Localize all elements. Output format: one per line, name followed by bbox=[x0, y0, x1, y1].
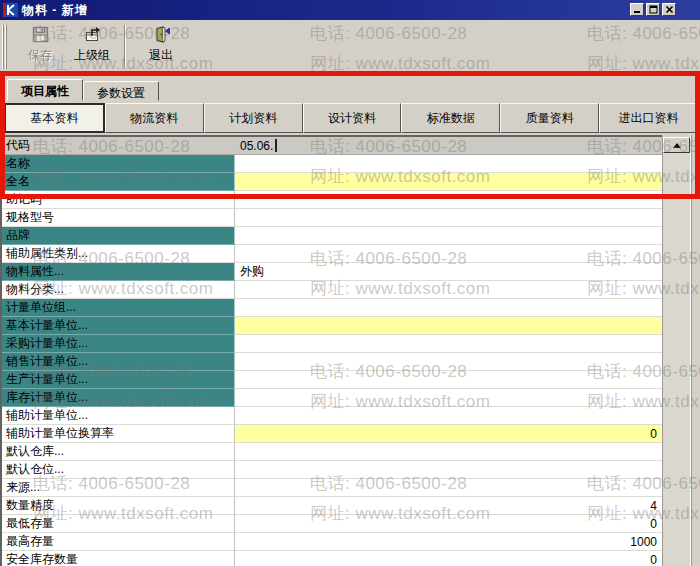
close-button[interactable] bbox=[662, 3, 676, 16]
field-label: 物料分类... bbox=[2, 281, 235, 299]
tab-item-properties[interactable]: 项目属性 bbox=[7, 79, 83, 101]
field-label: 代码 bbox=[2, 137, 235, 155]
field-value[interactable] bbox=[235, 227, 662, 245]
tab-parameter-settings[interactable]: 参数设置 bbox=[83, 81, 159, 101]
exit-label: 退出 bbox=[149, 47, 173, 64]
window-right-frame bbox=[690, 135, 700, 566]
grid-row: 来源... bbox=[2, 479, 662, 497]
minimize-button[interactable] bbox=[630, 3, 644, 16]
subtab-design-info[interactable]: 设计资料 bbox=[303, 103, 402, 133]
subtab-quality-info[interactable]: 质量资料 bbox=[500, 103, 599, 133]
field-value[interactable]: 05.06. bbox=[235, 137, 662, 155]
field-label: 安全库存数量 bbox=[2, 551, 235, 566]
subtab-logistics-info[interactable]: 物流资料 bbox=[105, 103, 204, 133]
parent-group-label: 上级组 bbox=[74, 47, 110, 64]
grid-row: 库存计量单位... bbox=[2, 389, 662, 407]
field-value[interactable] bbox=[235, 209, 662, 227]
toolbar-gripper[interactable] bbox=[2, 25, 9, 69]
field-label: 规格型号 bbox=[2, 209, 235, 227]
field-value[interactable] bbox=[235, 479, 662, 497]
field-value[interactable]: 0 bbox=[235, 515, 662, 533]
field-label: 默认仓库... bbox=[2, 443, 235, 461]
field-value[interactable] bbox=[235, 317, 662, 335]
field-label: 最低存量 bbox=[2, 515, 235, 533]
field-label: 采购计量单位... bbox=[2, 335, 235, 353]
field-label: 品牌 bbox=[2, 227, 235, 245]
field-label: 库存计量单位... bbox=[2, 389, 235, 407]
grid-row: 数量精度4 bbox=[2, 497, 662, 515]
grid-row: 默认仓位... bbox=[2, 461, 662, 479]
toolbar: 保存 上级组 退出 bbox=[0, 20, 700, 72]
field-label: 来源... bbox=[2, 479, 235, 497]
field-value[interactable]: 4 bbox=[235, 497, 662, 515]
scroll-up-button[interactable] bbox=[663, 137, 690, 153]
field-label: 辅助属性类别... bbox=[2, 245, 235, 263]
grid-row: 代码05.06. bbox=[2, 137, 662, 155]
minimize-icon bbox=[633, 5, 642, 14]
field-value[interactable] bbox=[235, 173, 662, 191]
save-label: 保存 bbox=[28, 47, 52, 64]
field-label: 最高存量 bbox=[2, 533, 235, 551]
vertical-scrollbar[interactable] bbox=[662, 137, 690, 566]
grid-row: 最低存量0 bbox=[2, 515, 662, 533]
grid-row: 销售计量单位... bbox=[2, 353, 662, 371]
field-value[interactable] bbox=[235, 299, 662, 317]
tab-strip: 项目属性 参数设置 bbox=[0, 79, 700, 101]
save-button[interactable]: 保存 bbox=[14, 23, 66, 69]
field-label: 默认仓位... bbox=[2, 461, 235, 479]
grid-row: 品牌 bbox=[2, 227, 662, 245]
field-value[interactable] bbox=[235, 281, 662, 299]
field-label: 辅助计量单位换算率 bbox=[2, 425, 235, 443]
field-value[interactable]: 1000 bbox=[235, 533, 662, 551]
field-label: 全名 bbox=[2, 173, 235, 191]
field-label: 计量单位组... bbox=[2, 299, 235, 317]
titlebar: 物料 - 新增 bbox=[0, 0, 700, 20]
field-value[interactable] bbox=[235, 371, 662, 389]
field-value[interactable]: 0 bbox=[235, 551, 662, 566]
grid-row: 最高存量1000 bbox=[2, 533, 662, 551]
maximize-icon bbox=[649, 5, 658, 14]
field-value[interactable] bbox=[235, 245, 662, 263]
subtab-basic-info[interactable]: 基本资料 bbox=[4, 103, 105, 133]
toolbar-separator bbox=[124, 25, 126, 67]
subtab-import-export-info[interactable]: 进出口资料 bbox=[599, 103, 698, 133]
grid-row: 基本计量单位... bbox=[2, 317, 662, 335]
triangle-up-icon bbox=[673, 143, 681, 148]
window-title: 物料 - 新增 bbox=[22, 2, 88, 19]
field-value[interactable] bbox=[235, 191, 662, 209]
field-value[interactable] bbox=[235, 443, 662, 461]
subtab-standard-data[interactable]: 标准数据 bbox=[401, 103, 500, 133]
grid-row: 全名 bbox=[2, 173, 662, 191]
field-label: 基本计量单位... bbox=[2, 317, 235, 335]
text-caret bbox=[275, 139, 277, 152]
grid-row: 物料分类... bbox=[2, 281, 662, 299]
field-value[interactable] bbox=[235, 461, 662, 479]
floppy-disk-icon bbox=[31, 25, 50, 44]
maximize-button[interactable] bbox=[646, 3, 660, 16]
grid-row: 助记码 bbox=[2, 191, 662, 209]
field-value[interactable] bbox=[235, 155, 662, 173]
grid-row: 安全库存数量0 bbox=[2, 551, 662, 566]
kingdee-k3-logo-icon bbox=[3, 3, 18, 17]
field-label: 销售计量单位... bbox=[2, 353, 235, 371]
field-value[interactable] bbox=[235, 407, 662, 425]
field-value[interactable]: 0 bbox=[235, 425, 662, 443]
field-label: 辅助计量单位... bbox=[2, 407, 235, 425]
app-window: 物料 - 新增 保存 bbox=[0, 0, 700, 566]
parent-group-button[interactable]: 上级组 bbox=[66, 23, 118, 69]
close-icon bbox=[665, 5, 674, 14]
field-value[interactable]: 外购 bbox=[235, 263, 662, 281]
field-value[interactable] bbox=[235, 335, 662, 353]
grid-row: 采购计量单位... bbox=[2, 335, 662, 353]
field-label: 数量精度 bbox=[2, 497, 235, 515]
field-label: 物料属性... bbox=[2, 263, 235, 281]
field-value[interactable] bbox=[235, 389, 662, 407]
form-grid: 代码05.06.名称全名助记码规格型号品牌辅助属性类别...物料属性...外购物… bbox=[0, 135, 662, 566]
exit-button[interactable]: 退出 bbox=[135, 23, 187, 69]
field-value[interactable] bbox=[235, 353, 662, 371]
grid-row: 辅助计量单位... bbox=[2, 407, 662, 425]
folder-up-icon bbox=[83, 25, 102, 44]
subtab-planning-info[interactable]: 计划资料 bbox=[204, 103, 303, 133]
grid-row: 名称 bbox=[2, 155, 662, 173]
field-label: 名称 bbox=[2, 155, 235, 173]
